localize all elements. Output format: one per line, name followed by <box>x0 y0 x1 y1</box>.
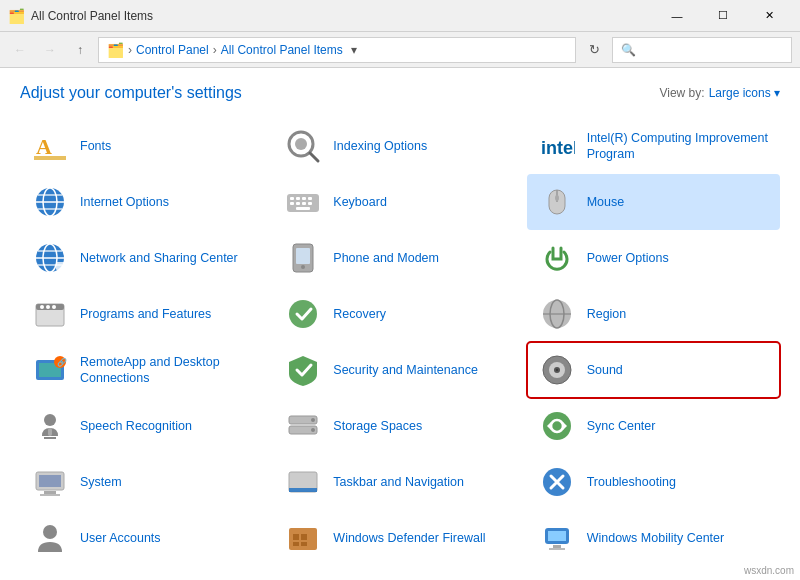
grid-item-recovery[interactable]: Recovery <box>273 286 526 342</box>
grid-item-network-sharing[interactable]: Network and Sharing Center <box>20 230 273 286</box>
svg-point-32 <box>301 265 305 269</box>
fonts-icon: A <box>30 126 70 166</box>
address-path[interactable]: 🗂️ › Control Panel › All Control Panel I… <box>98 37 576 63</box>
svg-rect-62 <box>44 491 56 494</box>
title-bar: 🗂️ All Control Panel Items — ☐ ✕ <box>0 0 800 32</box>
speech-recognition-icon <box>30 406 70 446</box>
power-options-icon <box>537 238 577 278</box>
keyboard-label: Keyboard <box>333 194 387 210</box>
work-folders-icon <box>30 574 70 580</box>
mouse-icon <box>537 182 577 222</box>
phone-modem-icon <box>283 238 323 278</box>
grid-item-speech-recognition[interactable]: Speech Recognition <box>20 398 273 454</box>
grid-item-sync-center[interactable]: Sync Center <box>527 398 780 454</box>
grid-item-windows-defender[interactable]: Windows Defender Firewall <box>273 510 526 566</box>
window-controls: — ☐ ✕ <box>654 0 792 32</box>
grid-item-security-maintenance[interactable]: Security and Maintenance <box>273 342 526 398</box>
svg-rect-74 <box>548 531 566 541</box>
storage-spaces-icon <box>283 406 323 446</box>
watermark: wsxdn.com <box>744 565 794 576</box>
view-by-control: View by: Large icons ▾ <box>659 86 780 100</box>
system-icon <box>30 462 70 502</box>
refresh-button[interactable]: ↻ <box>582 38 606 62</box>
user-accounts-label: User Accounts <box>80 530 161 546</box>
svg-point-55 <box>311 418 315 422</box>
svg-point-38 <box>289 300 317 328</box>
grid-item-remoteapp[interactable]: 🔗RemoteApp and Desktop Connections <box>20 342 273 398</box>
svg-rect-17 <box>296 202 300 205</box>
grid-item-taskbar[interactable]: Taskbar and Navigation <box>273 454 526 510</box>
grid-item-troubleshooting[interactable]: Troubleshooting <box>527 454 780 510</box>
breadcrumb-control-panel[interactable]: Control Panel <box>136 43 209 57</box>
grid-item-sound[interactable]: Sound <box>527 342 780 398</box>
grid-item-indexing-options[interactable]: Indexing Options <box>273 118 526 174</box>
system-label: System <box>80 474 122 490</box>
minimize-button[interactable]: — <box>654 0 700 32</box>
grid-item-fonts[interactable]: AFonts <box>20 118 273 174</box>
app-icon: 🗂️ <box>8 8 25 24</box>
fonts-label: Fonts <box>80 138 111 154</box>
search-box[interactable]: 🔍 <box>612 37 792 63</box>
taskbar-icon <box>283 462 323 502</box>
intel-icon: intel <box>537 126 577 166</box>
programs-features-icon <box>30 294 70 334</box>
forward-button[interactable]: → <box>38 38 62 62</box>
header-row: Adjust your computer's settings View by:… <box>20 84 780 102</box>
svg-rect-13 <box>296 197 300 200</box>
storage-spaces-label: Storage Spaces <box>333 418 422 434</box>
grid-item-phone-modem[interactable]: Phone and Modem <box>273 230 526 286</box>
svg-point-23 <box>555 195 559 201</box>
grid-item-mouse[interactable]: Mouse <box>527 174 780 230</box>
svg-point-36 <box>46 305 50 309</box>
taskbar-label: Taskbar and Navigation <box>333 474 464 490</box>
title-bar-left: 🗂️ All Control Panel Items <box>8 8 153 24</box>
breadcrumb-all-items[interactable]: All Control Panel Items <box>221 43 343 57</box>
grid-item-system[interactable]: System <box>20 454 273 510</box>
search-icon: 🔍 <box>621 43 636 57</box>
speech-recognition-label: Speech Recognition <box>80 418 192 434</box>
grid-item-work-folders[interactable]: Work Folders <box>20 566 273 580</box>
sync-center-icon <box>537 406 577 446</box>
grid-item-intel[interactable]: intelIntel(R) Computing Improvement Prog… <box>527 118 780 174</box>
svg-point-49 <box>556 369 558 371</box>
grid-item-keyboard[interactable]: Keyboard <box>273 174 526 230</box>
troubleshooting-icon <box>537 462 577 502</box>
svg-rect-20 <box>296 207 310 210</box>
grid-item-storage-spaces[interactable]: Storage Spaces <box>273 398 526 454</box>
back-button[interactable]: ← <box>8 38 32 62</box>
remoteapp-label: RemoteApp and Desktop Connections <box>80 354 263 387</box>
svg-rect-70 <box>293 542 299 546</box>
svg-point-50 <box>44 414 56 426</box>
svg-rect-16 <box>290 202 294 205</box>
grid-item-windows-mobility[interactable]: Windows Mobility Center <box>527 510 780 566</box>
svg-rect-19 <box>308 202 312 205</box>
network-sharing-icon <box>30 238 70 278</box>
svg-rect-15 <box>308 197 312 200</box>
grid-item-power-options[interactable]: Power Options <box>527 230 780 286</box>
close-button[interactable]: ✕ <box>746 0 792 32</box>
view-by-option[interactable]: Large icons ▾ <box>709 86 780 100</box>
windows-mobility-label: Windows Mobility Center <box>587 530 725 546</box>
svg-rect-61 <box>39 475 61 487</box>
svg-rect-75 <box>553 545 561 548</box>
breadcrumb-dropdown[interactable]: ▾ <box>351 43 357 57</box>
svg-rect-14 <box>302 197 306 200</box>
svg-point-56 <box>311 428 315 432</box>
view-by-label: View by: <box>659 86 704 100</box>
svg-point-35 <box>40 305 44 309</box>
grid-item-internet-options[interactable]: Internet Options <box>20 174 273 230</box>
grid-item-user-accounts[interactable]: User Accounts <box>20 510 273 566</box>
svg-line-4 <box>310 153 318 161</box>
svg-rect-29 <box>56 262 66 270</box>
maximize-button[interactable]: ☐ <box>700 0 746 32</box>
indexing-options-icon <box>283 126 323 166</box>
windows-mobility-icon <box>537 518 577 558</box>
grid-item-programs-features[interactable]: Programs and Features <box>20 286 273 342</box>
svg-rect-76 <box>549 548 565 550</box>
svg-rect-31 <box>296 248 310 264</box>
page-title: Adjust your computer's settings <box>20 84 242 102</box>
breadcrumb-icon: 🗂️ <box>107 42 124 58</box>
programs-features-label: Programs and Features <box>80 306 211 322</box>
up-button[interactable]: ↑ <box>68 38 92 62</box>
grid-item-region[interactable]: Region <box>527 286 780 342</box>
